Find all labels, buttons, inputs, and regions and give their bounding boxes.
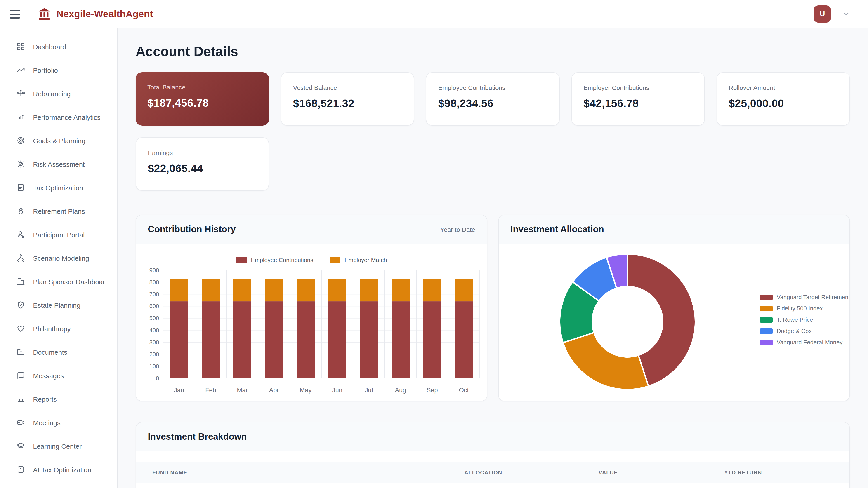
column-header-allocation: Allocation	[464, 469, 598, 476]
sidebar-item-performance-analytics[interactable]: Performance Analytics	[0, 105, 117, 129]
building-icon	[16, 277, 25, 286]
investment-allocation-title: Investment Allocation	[510, 224, 604, 234]
legend-item: Dodge & Cox	[760, 328, 850, 334]
bar-segment	[392, 279, 410, 301]
bar-segment	[455, 279, 473, 301]
contribution-history-header: Contribution History Year to Date	[136, 215, 487, 244]
sidebar-item-participant-portal[interactable]: kParticipant Portal	[0, 223, 117, 246]
stat-label: Vested Balance	[293, 84, 402, 91]
bar-segment	[233, 301, 251, 378]
sidebar-item-label: Plan Sponsor Dashboar	[33, 278, 105, 285]
sidebar-item-label: Philanthropy	[33, 325, 71, 332]
app-logo: Nexgile-WealthAgent	[37, 7, 153, 21]
donut-slice	[563, 332, 649, 390]
sidebar-item-learning-center[interactable]: Learning Center	[0, 434, 117, 458]
stat-card-employer-contributions: Employer Contributions$42,156.78	[571, 72, 705, 126]
sidebar-item-reports[interactable]: Reports	[0, 387, 117, 411]
legend-swatch	[330, 257, 340, 263]
sidebar-item-portfolio[interactable]: Portfolio	[0, 58, 117, 82]
column-header-ytd-return: YTD Return	[724, 469, 849, 476]
sidebar-item-meetings[interactable]: Meetings	[0, 411, 117, 434]
stat-label: Rollover Amount	[729, 84, 838, 91]
sidebar-item-estate-planning[interactable]: Estate Planning	[0, 293, 117, 317]
svg-text:Feb: Feb	[205, 387, 216, 394]
bar-segment	[360, 301, 378, 378]
legend-label: Fidelity 500 Index	[777, 305, 823, 312]
table-header-row: Fund NameAllocationValueYTD Return	[136, 462, 849, 483]
column-header-value: Value	[598, 469, 724, 476]
sidebar-item-dashboard[interactable]: Dashboard	[0, 35, 117, 58]
sidebar-item-retirement-plans[interactable]: Retirement Plans	[0, 199, 117, 223]
legend-swatch	[760, 328, 773, 334]
svg-text:400: 400	[149, 327, 159, 334]
sidebar-item-label: Risk Assessment	[33, 160, 85, 168]
legend-item: T. Rowe Price	[760, 316, 850, 323]
sidebar-item-documents[interactable]: Documents	[0, 340, 117, 364]
svg-text:0: 0	[156, 375, 159, 382]
stat-card-earnings: Earnings$22,065.44	[135, 137, 269, 191]
legend-item: Fidelity 500 Index	[760, 305, 850, 312]
sidebar-item-label: Dashboard	[33, 43, 66, 51]
bank-icon	[37, 7, 52, 21]
avatar[interactable]: U	[814, 5, 831, 23]
bar-segment	[170, 279, 188, 301]
sidebar-item-label: Rebalancing	[33, 90, 71, 97]
sidebar-item-ai-tax-optimization[interactable]: AI Tax Optimization	[0, 458, 117, 481]
stat-value: $187,456.78	[147, 97, 257, 109]
gauge-icon	[16, 160, 25, 168]
stat-value: $25,000.00	[729, 97, 838, 110]
heart-icon	[16, 324, 25, 333]
sidebar-item-label: Retirement Plans	[33, 207, 85, 215]
sidebar-item-tax-optimization[interactable]: Tax Optimization	[0, 176, 117, 199]
legend-label: Dodge & Cox	[777, 328, 812, 334]
sidebar-nav: DashboardPortfolioRebalancingPerformance…	[0, 29, 118, 488]
bar-segment	[202, 279, 220, 301]
svg-text:700: 700	[149, 291, 159, 297]
investment-breakdown-table: Fund NameAllocationValueYTD Return	[136, 451, 849, 488]
legend-label: T. Rowe Price	[777, 316, 813, 323]
video-camera-icon	[16, 418, 25, 427]
user-badge-icon: k	[16, 230, 25, 239]
sidebar-item-label: AI Tax Optimization	[33, 466, 91, 473]
menu-icon[interactable]	[10, 6, 25, 22]
app-title: Nexgile-WealthAgent	[57, 8, 153, 20]
bar-segment	[328, 279, 346, 301]
sidebar-item-scenario-modeling[interactable]: Scenario Modeling	[0, 246, 117, 270]
legend-item: Employee Contributions	[236, 256, 313, 264]
bar-segment	[392, 301, 410, 378]
legend-label: Employer Match	[344, 256, 387, 263]
svg-text:500: 500	[149, 315, 159, 322]
balance-icon	[16, 89, 25, 98]
svg-text:100: 100	[149, 363, 159, 369]
sidebar-item-label: Messages	[33, 372, 64, 379]
sidebar-item-rebalancing[interactable]: Rebalancing	[0, 82, 117, 105]
sidebar-item-label: Goals & Planning	[33, 137, 86, 144]
summary-cards: Total Balance$187,456.78Vested Balance$1…	[135, 72, 850, 191]
bar-segment	[297, 301, 315, 378]
legend-swatch	[760, 317, 773, 322]
sidebar-item-label: Documents	[33, 348, 67, 356]
sidebar-item-risk-assessment[interactable]: Risk Assessment	[0, 152, 117, 176]
sidebar-item-plan-sponsor-dashboar[interactable]: Plan Sponsor Dashboar	[0, 270, 117, 293]
sidebar-item-philanthropy[interactable]: Philanthropy	[0, 317, 117, 340]
svg-text:k: k	[22, 236, 23, 238]
legend-swatch	[760, 294, 773, 300]
shield-check-icon	[16, 300, 25, 310]
sidebar-item-label: Tax Optimization	[33, 184, 83, 191]
sidebar-item-label: Scenario Modeling	[33, 254, 89, 262]
stat-label: Employer Contributions	[583, 84, 692, 91]
stat-value: $168,521.32	[293, 97, 402, 110]
legend-item: Vanguard Federal Money	[760, 339, 850, 346]
investment-allocation-chart: Vanguard Target RetirementFidelity 500 I…	[499, 244, 849, 401]
chevron-down-icon[interactable]	[843, 10, 850, 18]
contribution-history-title: Contribution History	[148, 224, 236, 234]
target-icon	[16, 136, 25, 145]
legend-swatch	[760, 339, 773, 345]
svg-text:Jun: Jun	[332, 387, 342, 394]
sidebar-item-messages[interactable]: Messages	[0, 364, 117, 387]
branch-icon	[16, 254, 25, 263]
stacked-bar-chart: 0100200300400500600700800900JanFebMarApr…	[136, 264, 487, 399]
legend-item: Vanguard Target Retirement	[760, 294, 850, 300]
sidebar-item-goals-planning[interactable]: Goals & Planning	[0, 129, 117, 152]
legend-swatch	[236, 257, 247, 263]
